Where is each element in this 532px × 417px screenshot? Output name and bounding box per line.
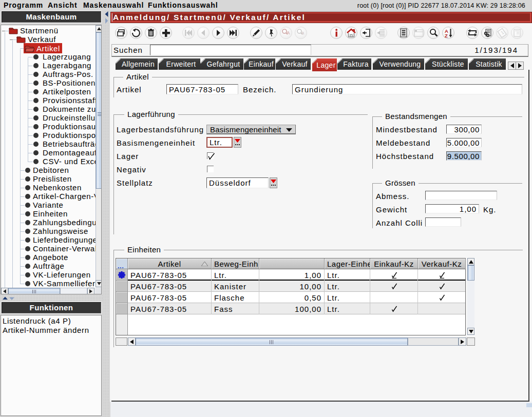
svg-text:a: a bbox=[301, 30, 304, 35]
svg-text:A: A bbox=[287, 30, 290, 35]
svg-text:Z: Z bbox=[445, 33, 448, 38]
